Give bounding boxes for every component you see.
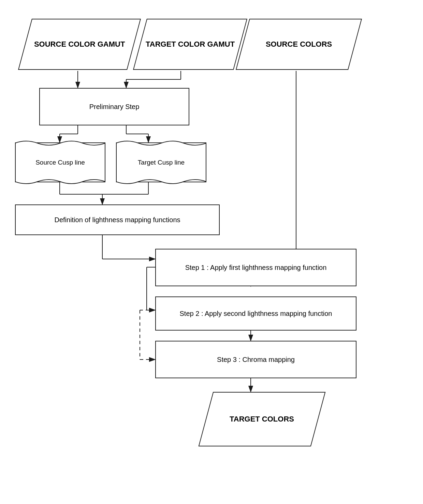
step2-label: Step 2 : Apply second lighthness mapping…	[180, 309, 332, 318]
preliminary-step-box: Preliminary Step	[39, 88, 189, 125]
source-color-gamut-box: SOURCE COLOR GAMUT	[18, 19, 141, 70]
source-color-gamut-label: SOURCE COLOR GAMUT	[34, 40, 125, 49]
preliminary-step-label: Preliminary Step	[89, 102, 140, 111]
source-cusp-line-box: Source Cusp line	[15, 142, 105, 182]
step2-box: Step 2 : Apply second lighthness mapping…	[155, 296, 356, 331]
definition-lightness-label: Definition of lighthness mapping functio…	[54, 215, 180, 224]
target-colors-box: TARGET COLORS	[199, 392, 326, 446]
definition-lightness-box: Definition of lighthness mapping functio…	[15, 204, 220, 235]
flowchart-diagram: SOURCE COLOR GAMUT TARGET COLOR GAMUT SO…	[0, 0, 423, 504]
step1-label: Step 1 : Apply first lighthness mapping …	[185, 263, 327, 272]
source-colors-box: SOURCE COLORS	[236, 19, 362, 70]
target-cusp-line-box: Target Cusp line	[116, 142, 206, 182]
target-colors-label: TARGET COLORS	[230, 415, 294, 424]
target-color-gamut-label: TARGET COLOR GAMUT	[146, 40, 235, 49]
target-cusp-line-label: Target Cusp line	[138, 159, 185, 166]
source-cusp-line-label: Source Cusp line	[35, 159, 85, 166]
step3-box: Step 3 : Chroma mapping	[155, 341, 356, 378]
step1-box: Step 1 : Apply first lighthness mapping …	[155, 249, 356, 286]
step3-label: Step 3 : Chroma mapping	[217, 355, 295, 364]
source-colors-label: SOURCE COLORS	[266, 40, 332, 49]
target-color-gamut-box: TARGET COLOR GAMUT	[133, 19, 247, 70]
